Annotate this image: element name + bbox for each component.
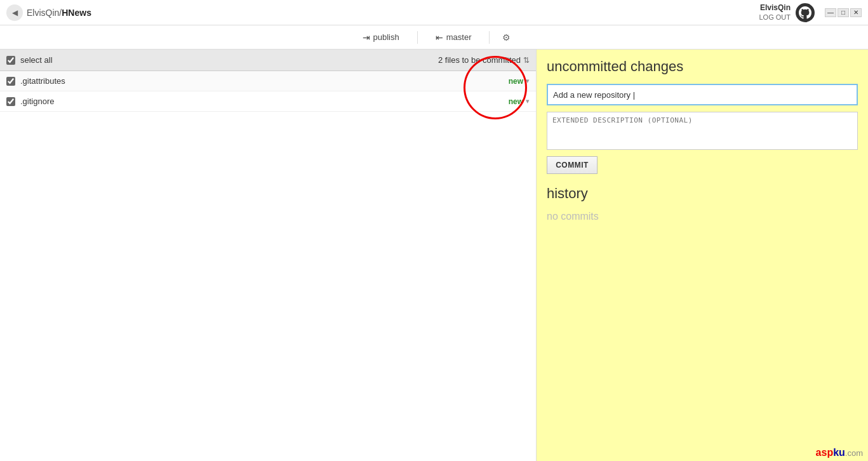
table-row: .gitattributes new ▾ [0,71,536,91]
files-count-label: 2 files to be committed [438,55,521,65]
select-all-checkbox[interactable] [6,56,15,65]
publish-label: publish [373,32,399,42]
left-panel: select all 2 files to be committed ⇅ .gi… [0,50,537,461]
watermark-rest: .com [845,448,863,458]
title-prefix: ElvisQin/ [27,8,62,18]
back-button[interactable]: ◀ [6,4,23,21]
no-commits-label: no commits [547,211,858,222]
toolbar: ⇥ publish ⇤ master ⚙ [0,25,868,50]
close-button[interactable]: ✕ [850,8,862,17]
sort-icon[interactable]: ⇅ [523,56,530,65]
publish-button[interactable]: ⇥ publish [357,30,404,45]
files-header: select all 2 files to be committed ⇅ [0,50,536,71]
maximize-button[interactable]: □ [838,8,849,17]
main-layout: select all 2 files to be committed ⇅ .gi… [0,50,868,461]
chevron-down-icon-2: ▾ [526,97,530,105]
publish-icon: ⇥ [363,32,370,43]
history-title: history [547,185,858,202]
uncommitted-title: uncommitted changes [547,58,858,75]
branch-icon: ⇤ [436,32,443,43]
username: ElvisQin [759,3,791,13]
toolbar-separator [417,31,418,44]
chevron-down-icon: ▾ [526,77,530,85]
files-count: 2 files to be committed ⇅ [438,55,530,65]
settings-icon[interactable]: ⚙ [502,32,511,43]
github-logo [796,3,815,22]
table-row: .gitignore new ▾ [0,91,536,112]
right-panel: uncommitted changes COMMIT history no co… [537,50,868,461]
user-info: ElvisQin LOG OUT [759,3,791,22]
repo-title: ElvisQin/HNews [27,8,91,18]
repo-name: HNews [62,8,91,18]
branch-label: master [446,32,472,42]
watermark: aspku.com [816,447,863,458]
watermark-ku: ku [833,447,845,458]
back-icon: ◀ [12,8,18,17]
toolbar-separator-2 [489,31,490,44]
branch-button[interactable]: ⇤ master [431,30,477,45]
file-status-gitignore: new [509,97,523,106]
file-checkbox-gitignore[interactable] [6,97,15,106]
titlebar-left: ◀ ElvisQin/HNews [6,4,91,21]
logout-label[interactable]: LOG OUT [759,13,791,22]
select-all-label: select all [20,55,438,65]
commit-description-input[interactable] [547,112,858,150]
commit-message-input[interactable] [547,84,858,105]
watermark-asp: asp [816,447,834,458]
titlebar: ◀ ElvisQin/HNews ElvisQin LOG OUT — □ ✕ [0,0,868,25]
minimize-button[interactable]: — [825,8,836,17]
file-status-gitattributes: new [509,77,523,86]
file-checkbox-gitattributes[interactable] [6,77,15,86]
file-name-gitignore: .gitignore [20,97,509,106]
commit-button[interactable]: COMMIT [547,156,598,174]
window-controls: — □ ✕ [825,8,862,17]
file-name-gitattributes: .gitattributes [20,76,509,86]
titlebar-right: ElvisQin LOG OUT — □ ✕ [759,3,862,22]
